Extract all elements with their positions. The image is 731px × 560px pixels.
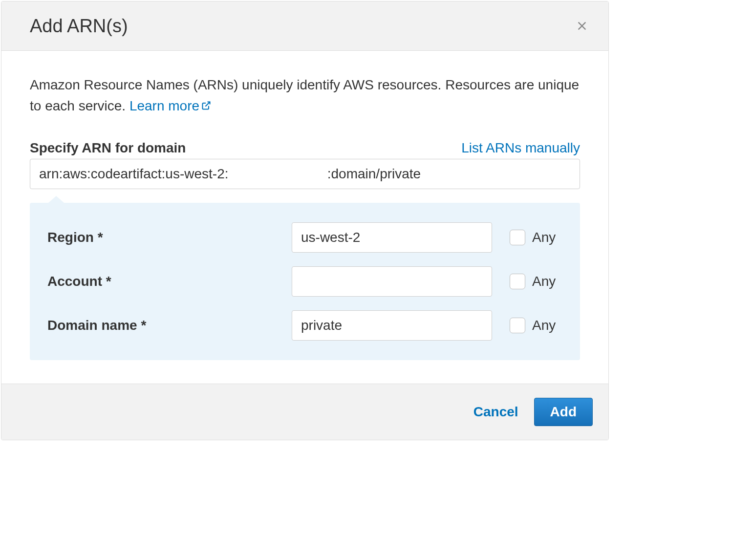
region-row: Region * Any: [47, 222, 562, 253]
region-input[interactable]: [292, 222, 492, 253]
close-icon: [575, 19, 589, 33]
specify-row: Specify ARN for domain List ARNs manuall…: [30, 140, 580, 156]
account-any-checkbox[interactable]: [510, 274, 525, 289]
description-pre: Amazon Resource Names (ARNs) uniquely id…: [30, 77, 579, 113]
region-any-checkbox[interactable]: [510, 230, 525, 245]
modal-body: Amazon Resource Names (ARNs) uniquely id…: [1, 51, 608, 384]
region-label: Region *: [47, 230, 292, 245]
domain-name-label: Domain name *: [47, 318, 292, 333]
list-arns-manually-link[interactable]: List ARNs manually: [461, 140, 580, 156]
arn-input[interactable]: [30, 159, 580, 189]
arn-detail-panel: Region * Any Account * Any Domain name *: [30, 203, 580, 360]
domain-name-input[interactable]: [292, 310, 492, 341]
region-any-label: Any: [532, 230, 556, 245]
learn-more-link[interactable]: Learn more: [129, 98, 211, 113]
modal-header: Add ARN(s): [1, 1, 608, 51]
domain-name-any-label: Any: [532, 318, 556, 333]
account-label: Account *: [47, 274, 292, 289]
description-text: Amazon Resource Names (ARNs) uniquely id…: [30, 74, 580, 117]
domain-name-any-wrap: Any: [510, 318, 556, 333]
domain-name-row: Domain name * Any: [47, 310, 562, 341]
account-input[interactable]: [292, 266, 492, 297]
domain-name-any-checkbox[interactable]: [510, 318, 525, 333]
learn-more-label: Learn more: [129, 98, 199, 113]
account-row: Account * Any: [47, 266, 562, 297]
svg-line-0: [205, 102, 210, 107]
account-any-label: Any: [532, 274, 556, 289]
cancel-button[interactable]: Cancel: [470, 398, 522, 426]
specify-arn-label: Specify ARN for domain: [30, 140, 186, 156]
modal-title: Add ARN(s): [30, 16, 128, 37]
region-any-wrap: Any: [510, 230, 556, 245]
add-arn-modal: Add ARN(s) Amazon Resource Names (ARNs) …: [1, 1, 609, 440]
add-button[interactable]: Add: [534, 398, 593, 426]
modal-footer: Cancel Add: [1, 384, 608, 440]
account-any-wrap: Any: [510, 274, 556, 289]
close-button[interactable]: [571, 15, 593, 37]
external-link-icon: [201, 101, 211, 110]
